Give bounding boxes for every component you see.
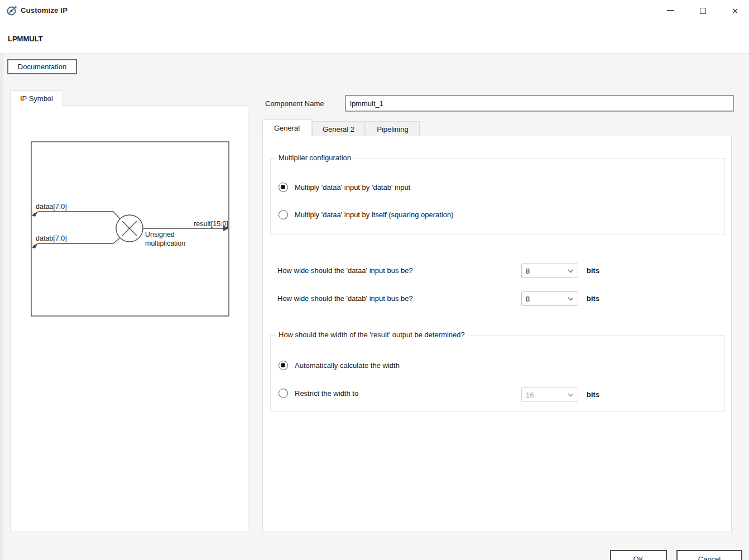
restrict-width-dropdown[interactable]: 16 (521, 387, 578, 402)
window-title: Customize IP (21, 6, 68, 15)
radio-auto-calculate-width[interactable]: Automatically calculate the width (279, 361, 400, 370)
maximize-icon (700, 8, 706, 14)
window-header: Customize IP ✕ LPMMULT (0, 0, 749, 54)
port-label-datab: datab[7:0] (36, 234, 67, 242)
datab-width-dropdown[interactable]: 8 (521, 291, 578, 306)
radio-label: Multiply 'dataa' input by 'datab' input (295, 183, 410, 192)
ok-button[interactable]: OK (610, 550, 667, 560)
maximize-button[interactable] (697, 4, 709, 17)
radio-multiply-dataa-by-itself[interactable]: Multiply 'dataa' input by itself (squari… (279, 210, 454, 219)
dataa-width-unit: bits (587, 266, 599, 275)
dataa-width-dropdown[interactable]: 8 (521, 264, 578, 278)
dataa-arrow-icon (31, 212, 37, 217)
ip-module-name: LPMMULT (8, 35, 43, 43)
chevron-down-icon (568, 297, 574, 301)
tab-general-2[interactable]: General 2 (312, 121, 365, 136)
datab-arrow-icon (31, 244, 37, 248)
radio-icon[interactable] (279, 183, 288, 192)
dataa-width-question: How wide should the 'dataa' input bus be… (277, 266, 413, 275)
tab-general[interactable]: General (262, 119, 311, 136)
datab-width-question: How wide should the 'datab' input bus be… (277, 294, 413, 303)
minimize-icon (667, 10, 674, 11)
tab-ip-symbol[interactable]: IP Symbol (10, 90, 63, 106)
radio-icon[interactable] (279, 389, 288, 398)
dataa-width-value: 8 (522, 267, 530, 275)
result-width-legend: How should the width of the 'result' out… (276, 331, 468, 339)
minimize-button[interactable] (664, 4, 676, 17)
datab-width-value: 8 (522, 295, 530, 303)
app-icon (6, 5, 17, 16)
operation-label-line1: Unsigned (145, 231, 175, 238)
dataa-wire (33, 212, 120, 219)
chevron-down-icon (568, 269, 574, 273)
radio-icon[interactable] (279, 361, 288, 370)
radio-icon[interactable] (279, 210, 288, 219)
radio-label: Multiply 'dataa' input by itself (squari… (295, 210, 454, 219)
settings-tabs: General General 2 Pipelining (262, 119, 420, 136)
documentation-button[interactable]: Documentation (7, 59, 77, 74)
component-name-label: Component Name (265, 99, 324, 108)
ip-symbol-diagram: dataa[7:0] datab[7:0] result[15:0] Unsig… (11, 106, 249, 533)
port-label-dataa: dataa[7:0] (36, 203, 67, 210)
operation-label-line2: multiplication (145, 240, 185, 247)
general-tab-panel: Multiplier configuration Multiply 'dataa… (262, 136, 732, 532)
restrict-width-unit: bits (587, 390, 599, 399)
result-width-group: How should the width of the 'result' out… (270, 335, 725, 412)
radio-multiply-dataa-by-datab[interactable]: Multiply 'dataa' input by 'datab' input (279, 183, 410, 192)
multiplier-configuration-legend: Multiplier configuration (276, 154, 354, 162)
left-edge-strip (0, 54, 3, 560)
radio-restrict-width[interactable]: Restrict the width to (279, 389, 358, 398)
radio-label: Restrict the width to (295, 389, 358, 398)
port-label-result: result[15:0] (194, 220, 228, 228)
component-name-input[interactable] (345, 95, 734, 112)
close-icon: ✕ (732, 7, 739, 15)
cancel-button[interactable]: Cancel (676, 550, 742, 560)
chevron-down-icon (568, 393, 574, 397)
datab-width-unit: bits (587, 294, 599, 303)
window-controls: ✕ (664, 0, 741, 21)
radio-label: Automatically calculate the width (295, 361, 400, 370)
multiplier-configuration-group: Multiplier configuration (270, 158, 725, 235)
tab-pipelining[interactable]: Pipelining (366, 121, 420, 136)
restrict-width-value: 16 (522, 391, 534, 399)
titlebar: Customize IP ✕ (0, 0, 749, 21)
close-button[interactable]: ✕ (729, 4, 741, 17)
ip-symbol-panel: dataa[7:0] datab[7:0] result[15:0] Unsig… (10, 106, 248, 532)
